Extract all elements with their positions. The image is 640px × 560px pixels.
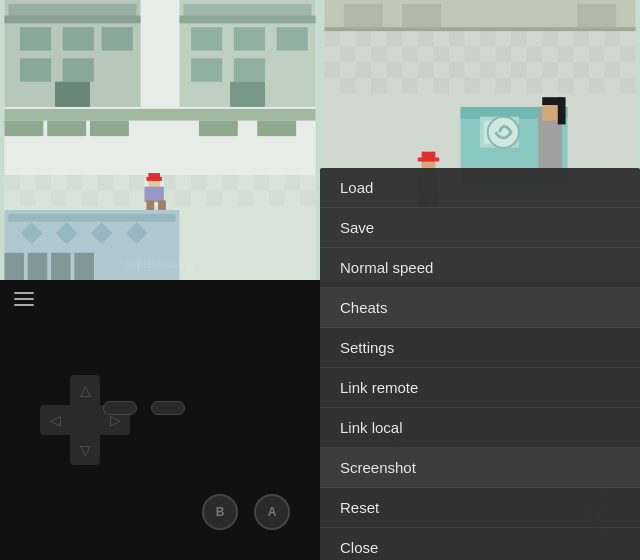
svg-rect-47 xyxy=(8,214,175,222)
svg-rect-93 xyxy=(604,31,620,47)
menu-item-reset[interactable]: Reset xyxy=(320,488,640,528)
svg-rect-141 xyxy=(344,4,383,27)
svg-rect-34 xyxy=(191,27,222,50)
svg-rect-15 xyxy=(207,191,223,207)
svg-rect-53 xyxy=(28,253,47,280)
svg-rect-36 xyxy=(277,27,308,50)
svg-rect-117 xyxy=(433,78,449,94)
svg-rect-20 xyxy=(284,175,300,191)
svg-rect-102 xyxy=(589,47,605,63)
svg-rect-120 xyxy=(527,78,543,94)
svg-rect-105 xyxy=(356,62,372,78)
svg-rect-17 xyxy=(238,191,254,207)
svg-rect-118 xyxy=(464,78,480,94)
menu-item-load[interactable]: Load xyxy=(320,168,640,208)
svg-rect-6 xyxy=(67,175,83,191)
svg-rect-14 xyxy=(191,175,207,191)
svg-rect-109 xyxy=(480,62,496,78)
svg-rect-94 xyxy=(340,47,356,63)
svg-rect-42 xyxy=(47,121,86,137)
svg-rect-114 xyxy=(340,78,356,94)
svg-rect-87 xyxy=(418,31,434,47)
svg-rect-44 xyxy=(199,121,238,137)
b-button-left[interactable]: B xyxy=(202,494,238,530)
dpad-left[interactable]: ◁ ▷ △ ▽ xyxy=(40,375,130,465)
dropdown-menu: Load Save Normal speed Cheats Settings L… xyxy=(320,168,640,560)
svg-rect-30 xyxy=(55,82,90,107)
svg-rect-25 xyxy=(20,27,51,50)
select-button-left[interactable] xyxy=(103,401,137,415)
svg-rect-143 xyxy=(577,4,616,27)
dpad-up-arrow[interactable]: △ xyxy=(70,375,100,405)
svg-rect-45 xyxy=(257,121,296,137)
svg-rect-54 xyxy=(51,253,70,280)
hamburger-left[interactable] xyxy=(14,292,34,306)
svg-rect-33 xyxy=(179,16,315,24)
right-panel: Load Save Normal speed Cheats Settings L… xyxy=(320,0,640,560)
game-screen-left: ©quantrimang xyxy=(0,0,320,280)
svg-point-128 xyxy=(488,117,519,148)
svg-rect-108 xyxy=(449,62,465,78)
svg-rect-119 xyxy=(496,78,512,94)
svg-rect-41 xyxy=(4,121,43,137)
svg-rect-116 xyxy=(402,78,418,94)
svg-rect-55 xyxy=(74,253,93,280)
controls-area-left: ◁ ▷ △ ▽ B A xyxy=(0,280,320,560)
svg-rect-59 xyxy=(146,200,154,210)
svg-rect-24 xyxy=(4,16,140,24)
svg-rect-136 xyxy=(418,158,439,162)
svg-rect-38 xyxy=(234,58,265,81)
svg-rect-37 xyxy=(191,58,222,81)
svg-rect-90 xyxy=(511,31,527,47)
menu-item-cheats[interactable]: Cheats xyxy=(320,288,640,328)
svg-rect-84 xyxy=(324,31,340,47)
menu-item-normal-speed[interactable]: Normal speed xyxy=(320,248,640,288)
svg-rect-103 xyxy=(620,47,636,63)
svg-rect-3 xyxy=(20,191,36,207)
menu-item-screenshot[interactable]: Screenshot xyxy=(320,448,640,488)
left-panel: ©quantrimang ◁ ▷ △ ▽ B A xyxy=(0,0,320,560)
menu-item-settings[interactable]: Settings xyxy=(320,328,640,368)
menu-item-link-local[interactable]: Link local xyxy=(320,408,640,448)
svg-rect-112 xyxy=(573,62,589,78)
svg-rect-140 xyxy=(324,27,635,31)
svg-rect-21 xyxy=(300,191,316,207)
ab-buttons-left: B A xyxy=(202,494,290,530)
svg-rect-95 xyxy=(371,47,387,63)
svg-rect-9 xyxy=(113,191,129,207)
svg-rect-85 xyxy=(356,31,372,47)
menu-item-close[interactable]: Close xyxy=(320,528,640,560)
svg-rect-99 xyxy=(496,47,512,63)
svg-rect-4 xyxy=(36,175,52,191)
menu-item-link-remote[interactable]: Link remote xyxy=(320,368,640,408)
svg-rect-115 xyxy=(371,78,387,94)
svg-rect-28 xyxy=(20,58,51,81)
svg-rect-16 xyxy=(222,175,238,191)
svg-rect-7 xyxy=(82,191,98,207)
svg-rect-18 xyxy=(253,175,269,191)
svg-rect-39 xyxy=(230,82,265,107)
svg-rect-91 xyxy=(542,31,558,47)
svg-rect-142 xyxy=(402,4,441,27)
svg-rect-100 xyxy=(527,47,543,63)
svg-rect-19 xyxy=(269,191,285,207)
start-button-left[interactable] xyxy=(151,401,185,415)
svg-rect-27 xyxy=(102,27,133,50)
menu-item-save[interactable]: Save xyxy=(320,208,640,248)
dpad-left-arrow[interactable]: ◁ xyxy=(40,405,70,435)
svg-rect-106 xyxy=(387,62,403,78)
svg-rect-107 xyxy=(418,62,434,78)
svg-rect-98 xyxy=(464,47,480,63)
svg-rect-86 xyxy=(387,31,403,47)
dpad-down-arrow[interactable]: ▽ xyxy=(70,435,100,465)
svg-rect-29 xyxy=(63,58,94,81)
a-button-left[interactable]: A xyxy=(254,494,290,530)
select-start-left xyxy=(103,401,185,415)
svg-rect-40 xyxy=(4,109,315,121)
svg-rect-104 xyxy=(324,62,340,78)
svg-rect-101 xyxy=(558,47,574,63)
svg-rect-96 xyxy=(402,47,418,63)
svg-rect-111 xyxy=(542,62,558,78)
svg-rect-97 xyxy=(433,47,449,63)
svg-rect-58 xyxy=(144,187,163,203)
